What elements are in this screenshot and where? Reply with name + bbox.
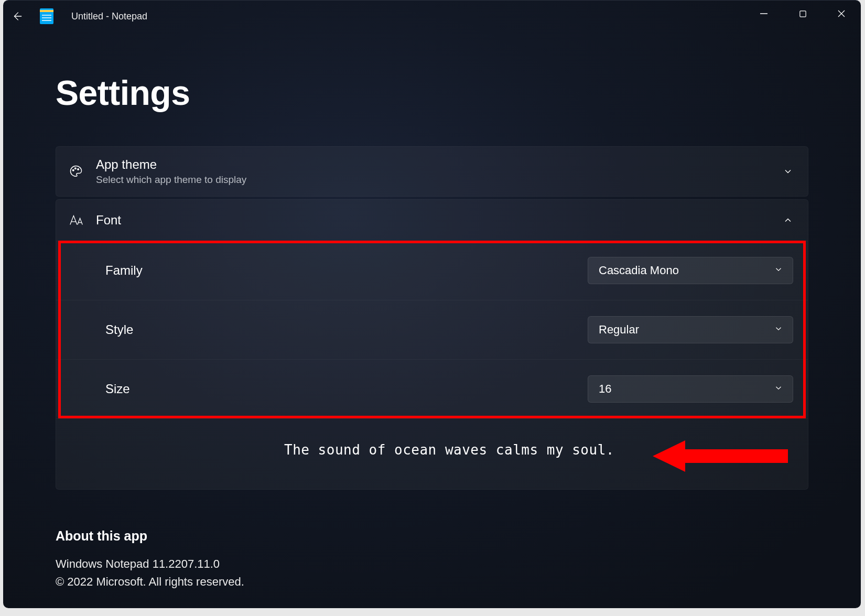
maximize-button[interactable] xyxy=(783,1,822,27)
about-version: Windows Notepad 11.2207.11.0 xyxy=(56,555,808,573)
back-button[interactable] xyxy=(3,1,30,32)
app-window: Untitled - Notepad Settings xyxy=(3,0,861,608)
font-style-label: Style xyxy=(105,322,133,337)
font-family-dropdown[interactable]: Cascadia Mono xyxy=(588,257,793,284)
font-icon xyxy=(69,213,90,228)
window-controls xyxy=(744,1,861,27)
font-size-label: Size xyxy=(105,382,130,396)
chevron-down-icon xyxy=(774,265,783,276)
about-copyright: © 2022 Microsoft. All rights reserved. xyxy=(56,573,808,591)
svg-point-4 xyxy=(78,169,79,170)
font-size-dropdown[interactable]: 16 xyxy=(588,375,793,403)
font-size-row: Size 16 xyxy=(56,359,808,418)
app-theme-subtitle: Select which app theme to display xyxy=(96,174,783,186)
font-style-row: Style Regular xyxy=(56,300,808,359)
svg-point-2 xyxy=(72,169,74,171)
settings-content: Settings App theme Select which app them… xyxy=(3,73,861,591)
app-theme-title: App theme xyxy=(96,157,783,172)
minimize-button[interactable] xyxy=(744,1,783,27)
chevron-down-icon xyxy=(783,166,793,177)
svg-point-3 xyxy=(75,168,77,169)
chevron-down-icon xyxy=(774,383,783,395)
font-card-header[interactable]: Font xyxy=(56,200,808,241)
font-preview-text: The sound of ocean waves calms my soul. xyxy=(284,442,614,458)
about-title: About this app xyxy=(56,528,808,544)
app-theme-card[interactable]: App theme Select which app theme to disp… xyxy=(56,146,808,197)
window-title: Untitled - Notepad xyxy=(71,11,147,22)
page-title: Settings xyxy=(56,73,808,113)
font-title: Font xyxy=(96,213,783,228)
font-sub-panel: Family Cascadia Mono Style Regular xyxy=(56,241,808,418)
font-style-dropdown[interactable]: Regular xyxy=(588,316,793,343)
font-family-row: Family Cascadia Mono xyxy=(56,241,808,300)
notepad-app-icon xyxy=(40,8,53,24)
titlebar: Untitled - Notepad xyxy=(3,1,861,32)
palette-icon xyxy=(69,164,90,179)
annotation-arrow-icon xyxy=(653,438,789,474)
svg-marker-5 xyxy=(653,440,788,472)
about-section: About this app Windows Notepad 11.2207.1… xyxy=(56,528,808,591)
font-size-value: 16 xyxy=(599,382,611,396)
font-style-value: Regular xyxy=(599,323,639,337)
font-preview-row: The sound of ocean waves calms my soul. xyxy=(56,418,808,489)
chevron-down-icon xyxy=(774,324,783,336)
svg-rect-1 xyxy=(799,10,805,16)
close-button[interactable] xyxy=(822,1,861,27)
font-family-label: Family xyxy=(105,263,143,278)
font-family-value: Cascadia Mono xyxy=(599,264,679,277)
font-card: Font Family Cascadia Mono xyxy=(56,199,808,490)
chevron-up-icon xyxy=(783,215,793,225)
